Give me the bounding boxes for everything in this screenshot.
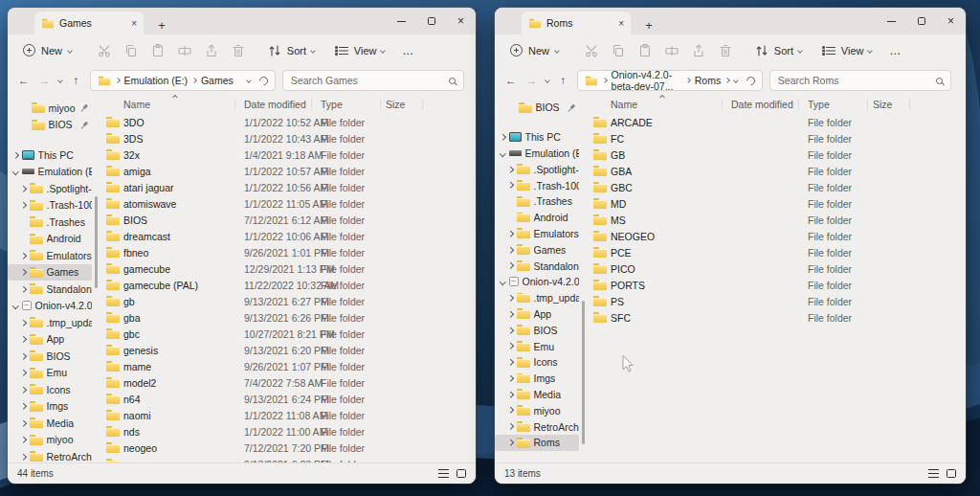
details-view-button[interactable] [928,469,939,478]
sidebar-item-emulators[interactable]: Emulators [8,247,92,264]
up-button[interactable]: ↑ [556,75,570,86]
sidebar-item-games[interactable]: Games [495,241,579,258]
chevron-right-icon[interactable] [507,423,513,429]
column-header-date-modified[interactable]: Date modified [244,99,306,110]
chevron-right-icon[interactable] [20,186,26,192]
column-header-date-modified[interactable]: Date modified [731,99,793,110]
titlebar[interactable]: Roms × + × [495,8,966,34]
file-row-naomi[interactable]: naomi1/1/2022 11:08 AMFile folder [99,407,476,423]
file-row-arcade[interactable]: ARCADEFile folder [586,114,966,130]
sidebar-item-spotlight-v10[interactable]: .Spotlight-V10 [8,180,92,197]
sidebar-item-miyoo[interactable]: miyoo [495,402,579,418]
file-row-nes[interactable]: nes9/13/2021 6:23 PMFile folder [99,456,476,462]
recent-locations-chevron-icon[interactable] [57,78,62,82]
copy-icon[interactable] [611,43,626,58]
chevron-right-icon[interactable] [20,353,26,359]
forward-button[interactable]: → [37,75,52,86]
chevron-right-icon[interactable] [507,295,513,301]
list-header[interactable]: Name Date modified Type Size [99,95,476,114]
chevron-right-icon[interactable] [507,231,513,237]
back-button[interactable]: ← [503,75,518,86]
sidebar-item-icons[interactable]: Icons [8,381,92,398]
sidebar-item-trashes[interactable]: .Trashes [495,193,579,210]
chevron-down-icon[interactable] [12,303,18,308]
tab-close-icon[interactable]: × [131,18,137,29]
more-options-button[interactable]: … [402,44,414,57]
close-button[interactable]: × [936,8,966,34]
sidebar-item-emulation-e[interactable]: Emulation (E:) [8,164,92,181]
share-icon[interactable] [691,43,706,58]
file-row-neogeo[interactable]: neogeo7/12/2021 7:20 PMFile folder [99,440,476,456]
column-header-size[interactable]: Size [386,99,405,110]
chevron-right-icon[interactable] [507,440,513,445]
sidebar-item-trash-1000[interactable]: .Trash-1000 [495,177,579,193]
chevron-right-icon[interactable] [507,375,513,381]
sidebar-scrollbar[interactable] [92,95,99,462]
sidebar-item-imgs[interactable]: Imgs [8,398,92,416]
chevron-right-icon[interactable] [12,152,18,158]
refresh-icon[interactable] [745,75,757,87]
file-row-sfc[interactable]: SFCFile folder [586,309,966,326]
sidebar-item-emulation-e[interactable]: Emulation (E:) [495,146,579,162]
sidebar-item-icons[interactable]: Icons [495,354,579,371]
tab-close-icon[interactable]: × [618,18,624,29]
chevron-right-icon[interactable] [507,408,513,414]
rename-icon[interactable] [177,43,192,58]
address-dropdown-chevron-icon[interactable] [733,78,738,82]
file-row-3ds[interactable]: 3DS1/1/2022 10:43 AMFile folder [99,130,476,147]
sidebar-item-games[interactable]: Games [8,264,92,282]
new-tab-button[interactable]: + [153,18,170,33]
sidebar-item-bios[interactable]: BIOS [495,322,579,338]
sidebar-item-app[interactable]: App [8,331,92,349]
file-row-pce[interactable]: PCEFile folder [586,244,966,260]
maximize-button[interactable] [416,8,446,34]
thumbnails-view-button[interactable] [457,469,466,478]
sort-button[interactable]: Sort [748,43,808,58]
share-icon[interactable] [204,43,219,58]
sidebar-item-emu[interactable]: Emu [495,338,579,354]
column-header-type[interactable]: Type [321,99,343,110]
file-row-genesis[interactable]: genesis9/13/2021 6:20 PMFile folder [99,342,476,358]
file-row-model2[interactable]: model27/4/2022 7:58 AMFile folder [99,374,476,391]
sidebar-item-emulators[interactable]: Emulators [495,226,579,242]
paste-icon[interactable] [637,43,653,58]
tab-games[interactable]: Games × [34,11,144,34]
sidebar-item-android[interactable]: Android [8,231,92,248]
chevron-down-icon[interactable] [12,169,18,174]
cut-icon[interactable] [584,43,599,58]
sidebar-item-emu[interactable]: Emu [8,365,92,382]
more-options-button[interactable]: … [889,44,902,57]
sidebar-item-retroarch[interactable]: RetroArch [495,418,579,435]
column-header-name[interactable]: Name [611,99,637,110]
file-row-gbc[interactable]: GBCFile folder [586,179,966,195]
back-button[interactable]: ← [16,75,31,86]
view-button[interactable]: View [815,43,878,58]
chevron-right-icon[interactable] [500,134,505,140]
sidebar-item-bios[interactable]: BIOS [8,117,92,134]
maximize-button[interactable] [906,8,936,34]
sidebar-item-roms[interactable]: Roms [495,435,579,451]
address-bar[interactable]: Onion-v4.2.0-beta-dev-07...Roms [577,70,763,91]
breadcrumb-segment[interactable]: Emulation (E:) [124,75,189,86]
sidebar-item-miyoo-bios-f[interactable]: miyoo bios f [8,100,92,117]
view-button[interactable]: View [328,43,390,58]
sidebar-item-trash-1000[interactable]: .Trash-1000 [8,197,92,214]
breadcrumb-segment[interactable]: Games [201,75,234,86]
file-row-pico[interactable]: PICOFile folder [586,260,966,277]
sidebar-item-onion-v4-2-0-be[interactable]: Onion-v4.2.0-be [495,274,579,290]
file-row-gamecube-pal[interactable]: gamecube (PAL)11/22/2022 10:32 AMFile fo… [99,277,476,293]
file-row-gba[interactable]: GBAFile folder [586,163,966,179]
file-row-ps[interactable]: PSFile folder [586,293,966,309]
chevron-right-icon[interactable] [20,336,26,342]
chevron-right-icon[interactable] [20,286,26,292]
sidebar-item-tmp-update[interactable]: .tmp_update [8,314,92,331]
column-header-name[interactable]: Name [123,99,150,110]
sort-button[interactable]: Sort [261,43,321,58]
file-row-atomiswave[interactable]: atomiswave1/1/2022 11:05 AMFile folder [99,195,476,212]
sidebar-item-android[interactable]: Android [495,210,579,226]
file-row-gb[interactable]: GBFile folder [586,147,966,163]
chevron-right-icon[interactable] [507,311,513,317]
chevron-right-icon[interactable] [507,182,513,188]
file-row-atari-jaguar[interactable]: atari jaguar1/1/2022 10:56 AMFile folder [99,179,476,195]
sidebar-scrollbar[interactable] [579,95,586,462]
